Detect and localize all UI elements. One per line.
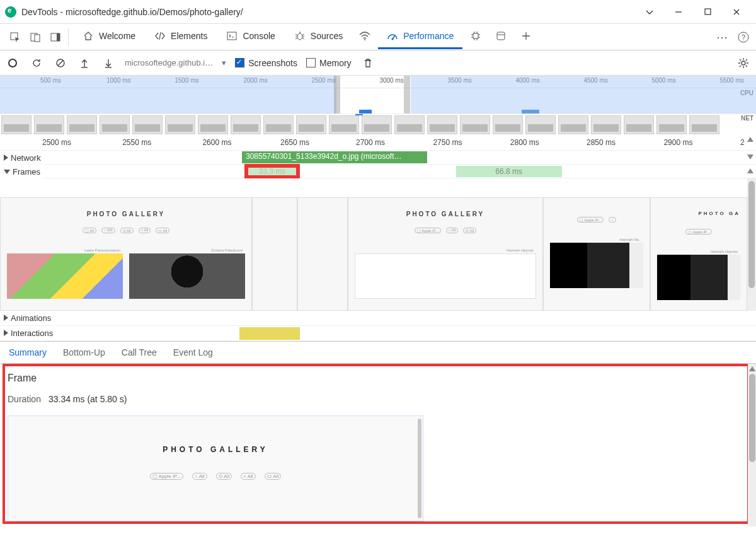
flame-chart[interactable]: Network 30855740301_5133e3942d_o.jpg (mi… (0, 151, 756, 341)
flame-chart-ruler[interactable]: 2500 ms 2550 ms 2600 ms 2650 ms 2700 ms … (0, 136, 756, 151)
save-profile-button[interactable] (101, 55, 116, 71)
frame-screenshot[interactable]: PHOTO GALLERY ▢ Apple iP... ○ All ⊙ All … (348, 197, 543, 311)
scroll-up-icon[interactable] (747, 137, 753, 142)
device-toolbar-icon[interactable] (26, 28, 44, 46)
screenshots-checkbox[interactable]: Screenshots (235, 58, 297, 68)
svg-rect-12 (497, 32, 505, 40)
tab-event-log[interactable]: Event Log (173, 347, 213, 357)
settings-button[interactable] (736, 55, 751, 71)
track-interactions-label: Interactions (11, 328, 53, 338)
network-request-bar[interactable]: 30855740301_5133e3942d_o.jpg (microsoft… (242, 151, 427, 163)
delete-profile-button[interactable] (360, 55, 375, 71)
minimize-button[interactable] (664, 3, 693, 21)
overview-screenshots-lane: NET (0, 113, 756, 136)
plus-icon (520, 30, 532, 42)
tab-summary[interactable]: Summary (9, 347, 47, 357)
summary-screenshot[interactable]: PHOTO GALLERY ▢ Apple iP... ○ All ⊙ All … (8, 415, 423, 521)
tab-sources-label: Sources (311, 31, 343, 41)
scroll-down-icon[interactable] (747, 154, 753, 160)
track-network[interactable]: Network 30855740301_5133e3942d_o.jpg (mi… (0, 151, 756, 165)
overview-handle-right[interactable] (404, 76, 410, 113)
tab-console[interactable]: Console (217, 25, 284, 49)
window-icon (495, 30, 507, 42)
ruler-tick: 2550 ms (122, 138, 151, 147)
ruler-tick: 2850 ms (587, 138, 616, 147)
reload-button[interactable] (29, 55, 44, 71)
chevron-down-icon[interactable] (635, 3, 664, 21)
app-icon (5, 6, 16, 18)
track-frames-label: Frames (13, 167, 40, 177)
svg-rect-6 (57, 33, 60, 41)
net-label: NET (741, 115, 753, 122)
vertical-scrollbar[interactable] (747, 178, 756, 311)
summary-duration-value: 33.34 ms (at 5.80 s) (49, 394, 127, 404)
clear-button[interactable] (53, 55, 68, 71)
track-network-label: Network (11, 153, 41, 163)
vertical-scrollbar[interactable] (748, 364, 756, 526)
load-profile-button[interactable] (77, 55, 92, 71)
svg-point-9 (364, 39, 365, 40)
track-frames-header[interactable]: Frames 33.3 ms 66.8 ms (0, 165, 756, 178)
interaction-bar[interactable] (239, 327, 300, 340)
ruler-tick: 2650 ms (280, 138, 309, 147)
tab-welcome[interactable]: Welcome (74, 25, 144, 49)
summary-pane: Frame Duration 33.34 ms (at 5.80 s) PHOT… (0, 364, 756, 526)
collapse-icon[interactable] (4, 170, 10, 174)
tab-network-conditions[interactable] (353, 25, 377, 49)
frame-chip-selected[interactable]: 33.3 ms (246, 166, 298, 177)
window-titlebar: DevTools - microsoftedge.github.io/Demos… (0, 0, 756, 24)
memory-checkbox[interactable]: Memory (306, 58, 352, 68)
frame-screenshot[interactable] (297, 197, 348, 311)
frame-chip[interactable]: 66.8 ms (456, 166, 562, 177)
expand-icon[interactable] (4, 330, 8, 336)
svg-rect-1 (705, 9, 711, 15)
maximize-button[interactable] (693, 3, 722, 21)
svg-rect-11 (473, 33, 478, 38)
profile-dropdown-icon[interactable]: ▾ (222, 58, 226, 67)
frames-screenshots: PHOTO GALLERY ▢ All ○ 0/0 ⊙ All < All ▭ … (0, 178, 756, 311)
tab-elements[interactable]: Elements (146, 25, 216, 49)
tab-bottom-up[interactable]: Bottom-Up (63, 347, 105, 357)
overview-handle-left[interactable] (334, 76, 340, 113)
frame-screenshot[interactable] (252, 197, 297, 311)
devtools-tabbar: Welcome Elements Console Sources Perform… (0, 24, 756, 50)
close-button[interactable] (722, 3, 751, 21)
tab-elements-label: Elements (171, 31, 207, 41)
timeline-overview[interactable]: 500 ms 1000 ms 1500 ms 2000 ms 2500 ms 3… (0, 76, 756, 136)
more-tools-button[interactable]: ⋯ (712, 27, 732, 47)
expand-icon[interactable] (4, 154, 8, 161)
svg-point-8 (297, 33, 302, 40)
add-tab-button[interactable] (514, 25, 538, 49)
tab-call-tree[interactable]: Call Tree (122, 347, 157, 357)
checkbox-unchecked-icon (306, 58, 316, 67)
screenshots-label: Screenshots (248, 58, 297, 68)
frame-screenshot[interactable]: ▢ Apple iP... ○ Hannah Ha.. (543, 197, 650, 311)
tab-sources[interactable]: Sources (285, 25, 352, 49)
tab-memory-icon[interactable] (464, 25, 488, 49)
svg-line-17 (58, 61, 63, 66)
scroll-up-icon[interactable] (747, 168, 753, 173)
tab-welcome-label: Welcome (99, 31, 135, 41)
dock-side-icon[interactable] (47, 28, 64, 46)
tab-application-icon[interactable] (489, 25, 513, 49)
details-tabbar: Summary Bottom-Up Call Tree Event Log (0, 341, 756, 364)
inspect-element-icon[interactable] (6, 28, 24, 46)
ruler-tick: 2700 ms (356, 138, 385, 147)
expand-icon[interactable] (4, 315, 8, 321)
ruler-tick: 2900 ms (663, 138, 692, 147)
frame-screenshot[interactable]: PHOTO GALLERY ▢ All ○ 0/0 ⊙ All < All ▭ … (0, 197, 252, 311)
bug-icon (294, 30, 306, 42)
ruler-tick: 2 (740, 138, 745, 147)
profile-selector[interactable]: microsoftedge.github.i… (125, 58, 213, 67)
record-button[interactable] (5, 55, 20, 71)
summary-heading: Frame (8, 373, 748, 384)
help-button[interactable]: ? (733, 27, 753, 47)
track-animations[interactable]: Animations (0, 311, 756, 326)
summary-duration-key: Duration (8, 394, 41, 404)
checkbox-checked-icon (235, 58, 244, 67)
svg-point-10 (392, 38, 394, 40)
track-interactions[interactable]: Interactions (0, 326, 756, 341)
tab-performance-label: Performance (403, 31, 454, 41)
tab-performance[interactable]: Performance (378, 25, 462, 49)
frame-screenshot[interactable]: PHOTO GA ▢ Apple iP... Hannah Haynes (650, 197, 747, 311)
